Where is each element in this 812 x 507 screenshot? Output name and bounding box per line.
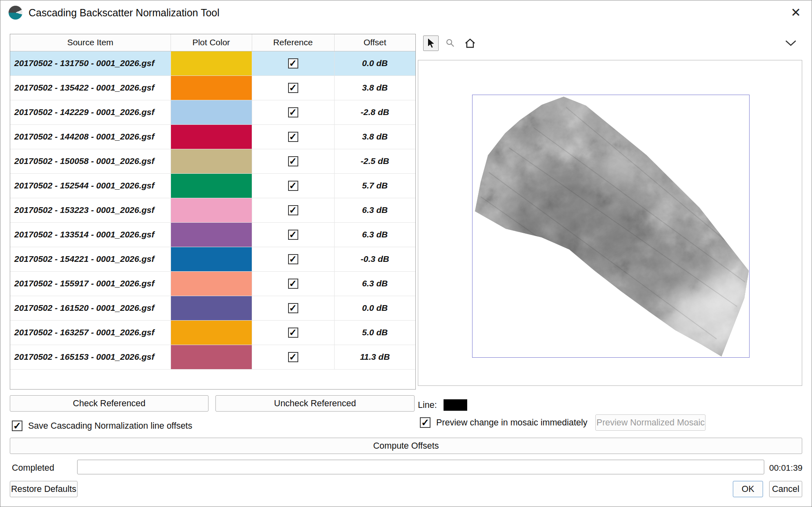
plot-color-swatch[interactable] [171,51,252,75]
reference-checkbox[interactable]: ✓ [288,328,298,338]
plot-color-swatch[interactable] [171,100,252,124]
source-item-label[interactable]: 20170502 - 163257 - 0001_2026.gsf [10,320,171,345]
plot-color-swatch[interactable] [171,345,252,369]
plot-color-swatch[interactable] [171,198,252,222]
source-item-label[interactable]: 20170502 - 133514 - 0001_2026.gsf [10,222,171,247]
restore-defaults-button[interactable]: Restore Defaults [10,481,78,497]
source-item-label[interactable]: 20170502 - 150058 - 0001_2026.gsf [10,149,171,173]
reference-checkbox[interactable]: ✓ [288,205,298,215]
plot-color-swatch[interactable] [171,173,252,198]
source-items-table: Source Item Plot Color Reference Offset … [10,34,416,390]
mosaic-viewport[interactable] [472,95,750,358]
uncheck-referenced-button[interactable]: Uncheck Referenced [215,395,415,412]
window-title: Cascading Backscatter Normalization Tool [29,7,220,19]
plot-color-swatch[interactable] [171,247,252,271]
save-offsets-label: Save Cascading Normalization line offset… [28,421,192,431]
source-item-label[interactable]: 20170502 - 165153 - 0001_2026.gsf [10,345,171,369]
table-row[interactable]: 20170502 - 163257 - 0001_2026.gsf ✓ 5.0 … [10,320,415,345]
table-row[interactable]: 20170502 - 165153 - 0001_2026.gsf ✓ 11.3… [10,345,415,369]
table-row[interactable]: 20170502 - 152544 - 0001_2026.gsf ✓ 5.7 … [10,173,415,198]
plot-color-swatch[interactable] [171,222,252,247]
ok-button[interactable]: OK [733,481,763,497]
source-item-label[interactable]: 20170502 - 152544 - 0001_2026.gsf [10,173,171,198]
reference-checkbox[interactable]: ✓ [288,181,298,191]
offset-value: 3.8 dB [334,75,415,100]
progress-bar [77,460,764,474]
plot-color-swatch[interactable] [171,75,252,100]
offset-value: 6.3 dB [334,198,415,222]
offset-value: 5.0 dB [334,320,415,345]
reference-checkbox[interactable]: ✓ [288,83,298,93]
plot-color-swatch[interactable] [171,320,252,345]
reference-checkbox[interactable]: ✓ [288,107,298,117]
offset-value: 3.8 dB [334,124,415,149]
select-cursor-icon[interactable] [423,35,439,51]
source-item-label[interactable]: 20170502 - 142229 - 0001_2026.gsf [10,100,171,124]
offset-value: 0.0 dB [334,51,415,75]
offset-value: -0.3 dB [334,247,415,271]
source-item-label[interactable]: 20170502 - 135422 - 0001_2026.gsf [10,75,171,100]
home-icon[interactable] [462,35,478,51]
reference-checkbox[interactable]: ✓ [288,132,298,142]
viewer-toolbar [423,35,478,51]
table-row[interactable]: 20170502 - 153223 - 0001_2026.gsf ✓ 6.3 … [10,198,415,222]
offset-value: 0.0 dB [334,296,415,320]
reference-checkbox[interactable]: ✓ [288,230,298,240]
reference-checkbox[interactable]: ✓ [288,58,298,69]
table-row[interactable]: 20170502 - 161520 - 0001_2026.gsf ✓ 0.0 … [10,296,415,320]
source-item-label[interactable]: 20170502 - 155917 - 0001_2026.gsf [10,271,171,296]
plot-color-swatch[interactable] [171,296,252,320]
reference-checkbox[interactable]: ✓ [288,156,298,166]
zoom-icon[interactable] [443,35,458,51]
plot-color-swatch[interactable] [171,124,252,149]
source-item-label[interactable]: 20170502 - 154221 - 0001_2026.gsf [10,247,171,271]
offset-value: 5.7 dB [334,173,415,198]
reference-checkbox[interactable]: ✓ [288,303,298,313]
plot-color-swatch[interactable] [171,149,252,173]
column-header-offset[interactable]: Offset [334,34,415,51]
table-row[interactable]: 20170502 - 144208 - 0001_2026.gsf ✓ 3.8 … [10,124,415,149]
table-row[interactable]: 20170502 - 155917 - 0001_2026.gsf ✓ 6.3 … [10,271,415,296]
source-item-label[interactable]: 20170502 - 153223 - 0001_2026.gsf [10,198,171,222]
offset-value: 11.3 dB [334,345,415,369]
table-row[interactable]: 20170502 - 131750 - 0001_2026.gsf ✓ 0.0 … [10,51,415,75]
table-body: 20170502 - 131750 - 0001_2026.gsf ✓ 0.0 … [10,51,415,369]
title-bar: Cascading Backscatter Normalization Tool… [0,0,812,25]
table-row[interactable]: 20170502 - 142229 - 0001_2026.gsf ✓ -2.8… [10,100,415,124]
reference-checkbox[interactable]: ✓ [288,352,298,362]
source-item-label[interactable]: 20170502 - 161520 - 0001_2026.gsf [10,296,171,320]
chevron-down-icon[interactable] [784,39,798,48]
compute-offsets-button[interactable]: Compute Offsets [10,438,802,454]
app-logo-icon [9,6,22,20]
source-item-label[interactable]: 20170502 - 131750 - 0001_2026.gsf [10,51,171,75]
dialog-window: Cascading Backscatter Normalization Tool… [0,0,812,507]
save-offsets-checkbox[interactable]: ✓ [12,421,22,431]
mosaic-viewer-panel[interactable] [418,60,802,386]
close-icon[interactable]: ✕ [791,5,801,20]
table-row[interactable]: 20170502 - 133514 - 0001_2026.gsf ✓ 6.3 … [10,222,415,247]
cancel-button[interactable]: Cancel [769,481,802,497]
column-header-reference[interactable]: Reference [252,34,334,51]
preview-immediately-label: Preview change in mosaic immediately [436,418,587,428]
reference-checkbox[interactable]: ✓ [288,279,298,289]
offset-value: -2.8 dB [334,100,415,124]
table-row[interactable]: 20170502 - 154221 - 0001_2026.gsf ✓ -0.3… [10,247,415,271]
offset-value: 6.3 dB [334,271,415,296]
preview-normalized-mosaic-button[interactable]: Preview Normalized Mosaic [595,414,706,431]
offset-value: -2.5 dB [334,149,415,173]
line-label: Line: [418,400,437,410]
offset-value: 6.3 dB [334,222,415,247]
preview-immediately-checkbox[interactable]: ✓ [420,417,430,428]
check-referenced-button[interactable]: Check Referenced [10,395,209,412]
reference-checkbox[interactable]: ✓ [288,254,298,264]
backscatter-mosaic-image [473,95,749,357]
elapsed-time: 00:01:39 [769,463,803,473]
progress-label: Completed [12,463,54,473]
column-header-plot-color[interactable]: Plot Color [171,34,252,51]
table-row[interactable]: 20170502 - 150058 - 0001_2026.gsf ✓ -2.5… [10,149,415,173]
source-item-label[interactable]: 20170502 - 144208 - 0001_2026.gsf [10,124,171,149]
line-color-swatch[interactable] [444,399,467,411]
plot-color-swatch[interactable] [171,271,252,296]
table-row[interactable]: 20170502 - 135422 - 0001_2026.gsf ✓ 3.8 … [10,75,415,100]
column-header-source-item[interactable]: Source Item [10,34,171,51]
